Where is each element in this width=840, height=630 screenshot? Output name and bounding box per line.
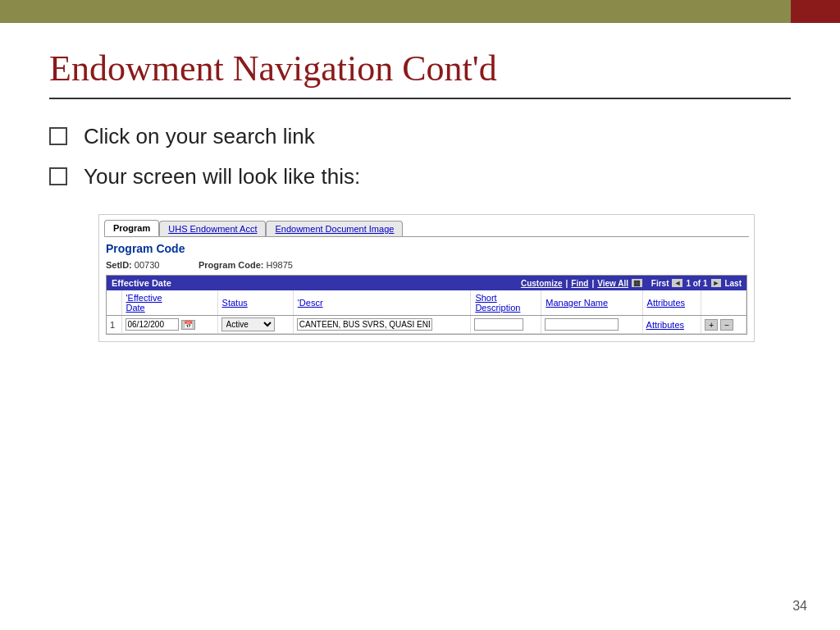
- slide-title: Endowment Navigation Cont'd: [49, 48, 791, 89]
- bullet-list: Click on your search link Your screen wi…: [49, 124, 791, 189]
- effective-date-title-row: Effective Date Customize | Find | View A…: [107, 276, 746, 290]
- checkbox-2: [49, 167, 67, 185]
- col-short-desc[interactable]: ShortDescription: [471, 290, 541, 316]
- bullet-item-1: Click on your search link: [49, 124, 791, 149]
- remove-row-button[interactable]: −: [720, 319, 733, 331]
- col-actions: [701, 290, 746, 316]
- effective-date-cell: 📅: [121, 316, 217, 334]
- view-all-link[interactable]: View All: [597, 279, 628, 288]
- first-label: First: [651, 279, 669, 288]
- customize-link[interactable]: Customize: [521, 279, 563, 288]
- col-status[interactable]: Status: [217, 290, 293, 316]
- col-attributes[interactable]: Attributes: [642, 290, 701, 316]
- program-code-value: H9875: [266, 260, 292, 270]
- descr-input[interactable]: [297, 318, 432, 331]
- action-buttons-cell: + −: [701, 316, 746, 334]
- olive-bar: [0, 0, 791, 23]
- short-desc-input[interactable]: [474, 318, 523, 331]
- setid-value: 00730: [135, 260, 160, 270]
- calendar-icon[interactable]: 📅: [181, 320, 195, 330]
- screenshot-container: Program UHS Endowment Acct Endowment Doc…: [98, 214, 755, 342]
- effective-date-input[interactable]: [126, 318, 179, 331]
- short-desc-cell: [471, 316, 541, 334]
- page-number: 34: [792, 599, 807, 614]
- tab-program[interactable]: Program: [104, 220, 159, 236]
- program-code-header: Program Code: [99, 237, 754, 258]
- manager-name-cell: [541, 316, 642, 334]
- table-row: 1 📅 Active: [107, 316, 746, 334]
- status-cell: Active: [217, 316, 293, 334]
- row-number: 1: [107, 316, 121, 334]
- bullet-text-2: Your screen will look like this:: [84, 164, 360, 189]
- page-info: 1 of 1: [686, 279, 707, 288]
- main-content: Endowment Navigation Cont'd Click on you…: [0, 23, 840, 367]
- setid-label: SetID:: [106, 260, 132, 270]
- find-link[interactable]: Find: [571, 279, 588, 288]
- col-effective-date[interactable]: 'EffectiveDate: [121, 290, 217, 316]
- program-code-label: Program Code:: [199, 260, 263, 270]
- attributes-cell: Attributes: [642, 316, 701, 334]
- tab-endowment-doc[interactable]: Endowment Document Image: [266, 221, 403, 236]
- prev-nav-icon[interactable]: ◄: [672, 279, 682, 287]
- attributes-link[interactable]: Attributes: [646, 320, 684, 330]
- table-header-row: 'EffectiveDate Status 'Descr ShortDescri…: [107, 290, 746, 316]
- status-select[interactable]: Active: [221, 317, 275, 331]
- tab-uhs-endowment[interactable]: UHS Endowment Acct: [159, 221, 266, 236]
- checkbox-1: [49, 127, 67, 145]
- top-bar: [0, 0, 840, 23]
- col-row-num: [107, 290, 121, 316]
- col-descr[interactable]: 'Descr: [293, 290, 471, 316]
- add-row-button[interactable]: +: [705, 319, 718, 331]
- red-bar: [791, 0, 840, 23]
- setid-row: SetID: 00730 Program Code: H9875: [99, 258, 754, 275]
- effective-date-section: Effective Date Customize | Find | View A…: [106, 275, 747, 335]
- next-nav-icon[interactable]: ►: [711, 279, 722, 287]
- data-table: 'EffectiveDate Status 'Descr ShortDescri…: [107, 290, 746, 334]
- effective-date-title: Effective Date: [112, 278, 171, 288]
- manager-name-input[interactable]: [545, 318, 619, 331]
- table-controls: Customize | Find | View All ▦ First ◄ 1 …: [521, 279, 742, 288]
- bullet-text-1: Click on your search link: [84, 124, 315, 149]
- col-manager-name[interactable]: Manager Name: [541, 290, 642, 316]
- grid-icon: ▦: [632, 279, 642, 287]
- descr-cell: [293, 316, 471, 334]
- last-label: Last: [724, 279, 742, 288]
- bullet-item-2: Your screen will look like this:: [49, 164, 791, 189]
- tabs-row: Program UHS Endowment Acct Endowment Doc…: [99, 215, 754, 236]
- title-divider: [49, 98, 791, 99]
